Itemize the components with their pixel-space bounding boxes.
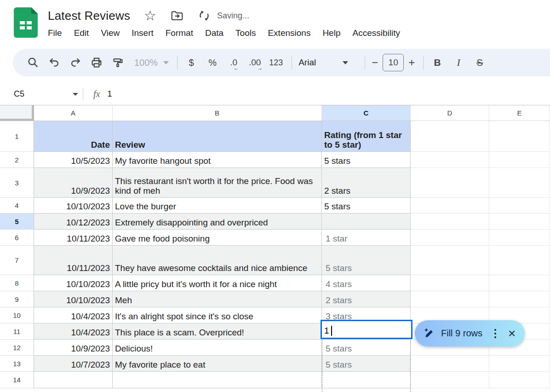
- cell-A9[interactable]: 10/10/2023: [34, 291, 113, 307]
- font-size-input[interactable]: 10: [383, 54, 404, 71]
- more-options-icon[interactable]: [492, 326, 499, 341]
- row-header-9[interactable]: 9: [0, 291, 34, 307]
- cell-A1[interactable]: Date: [34, 121, 113, 152]
- cell-B12[interactable]: Delicious!: [113, 340, 322, 356]
- cell-E7[interactable]: [489, 246, 550, 275]
- font-family-select[interactable]: Arial: [298, 53, 358, 72]
- cell-D14[interactable]: [411, 372, 489, 388]
- row-header-12[interactable]: 12: [0, 340, 34, 356]
- cell-editor[interactable]: 1: [321, 320, 412, 339]
- cell-D5[interactable]: [411, 213, 489, 230]
- cell-A6[interactable]: 10/11/2023: [34, 230, 113, 246]
- cell-B9[interactable]: Meh: [113, 291, 322, 307]
- cell-C3[interactable]: 2 stars: [322, 168, 411, 198]
- cell-A13[interactable]: 10/7/2023: [34, 356, 113, 372]
- cell-C13[interactable]: 5 stars: [322, 356, 411, 372]
- cell-C2[interactable]: 5 stars: [322, 152, 411, 168]
- column-header-D[interactable]: D: [411, 105, 489, 121]
- menu-item-extensions[interactable]: Extensions: [262, 27, 316, 40]
- redo-icon[interactable]: [68, 53, 83, 72]
- cell-D2[interactable]: [411, 152, 489, 168]
- cell-C5[interactable]: [322, 213, 411, 230]
- row-header-10[interactable]: 10: [0, 307, 34, 323]
- menu-item-data[interactable]: Data: [199, 27, 229, 40]
- cell-A14[interactable]: [34, 372, 113, 388]
- cell-B10[interactable]: It's an alright spot since it's so close: [113, 307, 322, 323]
- menu-item-file[interactable]: File: [42, 27, 68, 40]
- cell-A11[interactable]: 10/4/2023: [34, 323, 113, 340]
- more-formats-button[interactable]: 123: [269, 53, 283, 72]
- cell-A10[interactable]: 10/4/2023: [34, 307, 113, 323]
- cell-A2[interactable]: 10/5/2023: [34, 152, 113, 168]
- magic-fill-icon[interactable]: [423, 327, 435, 340]
- menu-item-tools[interactable]: Tools: [229, 27, 262, 40]
- select-all-corner[interactable]: [0, 105, 34, 121]
- menu-item-accessibility[interactable]: Accessibility: [346, 27, 406, 40]
- column-header-B[interactable]: B: [113, 105, 322, 121]
- row-header-14[interactable]: 14: [0, 372, 34, 388]
- menu-item-help[interactable]: Help: [316, 27, 346, 40]
- undo-icon[interactable]: [47, 53, 62, 72]
- cell-C1[interactable]: Rating (from 1 star to 5 star): [322, 121, 411, 152]
- cell-B11[interactable]: This place is a scam. Overpriced!: [113, 323, 322, 340]
- row-header-13[interactable]: 13: [0, 356, 34, 372]
- bold-button[interactable]: B: [430, 53, 445, 72]
- cell-E3[interactable]: [489, 168, 550, 198]
- cell-C7[interactable]: 5 stars: [322, 246, 411, 275]
- cell-A5[interactable]: 10/12/2023: [34, 213, 113, 230]
- move-to-folder-icon[interactable]: [170, 9, 184, 23]
- cell-C14[interactable]: [322, 372, 411, 388]
- formula-input[interactable]: 1: [107, 89, 112, 99]
- format-percent-button[interactable]: %: [205, 53, 220, 72]
- cell-B3[interactable]: This restaurant isn't worth it for the p…: [113, 168, 322, 198]
- cell-D1[interactable]: [411, 121, 489, 152]
- cell-A3[interactable]: 10/9/2023: [34, 168, 113, 198]
- column-header-E[interactable]: E: [489, 105, 550, 121]
- print-icon[interactable]: [89, 53, 104, 72]
- sheets-logo-icon[interactable]: [14, 7, 38, 38]
- cell-D9[interactable]: [411, 291, 489, 307]
- row-header-11[interactable]: 11: [0, 323, 34, 340]
- cell-B13[interactable]: My favorite place to eat: [113, 356, 322, 372]
- cell-C4[interactable]: 5 stars: [322, 198, 411, 213]
- row-header-2[interactable]: 2: [0, 152, 34, 168]
- row-header-7[interactable]: 7: [0, 246, 34, 275]
- row-header-8[interactable]: 8: [0, 275, 34, 291]
- fill-rows-button[interactable]: Fill 9 rows: [441, 328, 482, 339]
- cell-D8[interactable]: [411, 275, 489, 291]
- increase-font-size-button[interactable]: +: [408, 56, 415, 69]
- cell-B5[interactable]: Extremely disappointing and overpriced: [113, 213, 322, 230]
- cell-B6[interactable]: Gave me food poisoning: [113, 230, 322, 246]
- decrease-decimal-button[interactable]: .0←: [226, 53, 241, 72]
- cell-E13[interactable]: [489, 356, 550, 372]
- row-header-1[interactable]: 1: [0, 121, 34, 152]
- decrease-font-size-button[interactable]: −: [372, 56, 378, 69]
- column-header-A[interactable]: A: [34, 105, 113, 121]
- row-header-3[interactable]: 3: [0, 168, 34, 198]
- cell-E9[interactable]: [489, 291, 550, 307]
- cell-D13[interactable]: [411, 356, 489, 372]
- cell-A8[interactable]: 10/10/2023: [34, 275, 113, 291]
- paint-format-icon[interactable]: [110, 53, 125, 72]
- increase-decimal-button[interactable]: .00→: [247, 53, 262, 72]
- cell-E1[interactable]: [489, 121, 550, 152]
- row-header-6[interactable]: 6: [0, 230, 34, 246]
- row-header-4[interactable]: 4: [0, 198, 34, 213]
- strikethrough-button[interactable]: S: [472, 53, 487, 72]
- document-title[interactable]: Latest Reviews: [48, 9, 130, 23]
- cell-E4[interactable]: [489, 198, 550, 213]
- cell-B4[interactable]: Love the burger: [113, 198, 322, 213]
- italic-button[interactable]: I: [451, 53, 466, 72]
- format-currency-button[interactable]: $: [184, 53, 199, 72]
- column-header-C[interactable]: C: [322, 105, 411, 121]
- cell-E6[interactable]: [489, 230, 550, 246]
- search-icon[interactable]: [26, 53, 40, 72]
- cell-C12[interactable]: 5 stars: [322, 340, 411, 356]
- cell-A4[interactable]: 10/10/2023: [34, 198, 113, 213]
- cell-D4[interactable]: [411, 198, 489, 213]
- name-box[interactable]: C5: [14, 89, 78, 99]
- cell-C9[interactable]: 2 stars: [322, 291, 411, 307]
- row-header-5[interactable]: 5: [0, 213, 34, 230]
- cell-C8[interactable]: 4 stars: [322, 275, 411, 291]
- cell-B8[interactable]: A little pricy but it's worth it for a n…: [113, 275, 322, 291]
